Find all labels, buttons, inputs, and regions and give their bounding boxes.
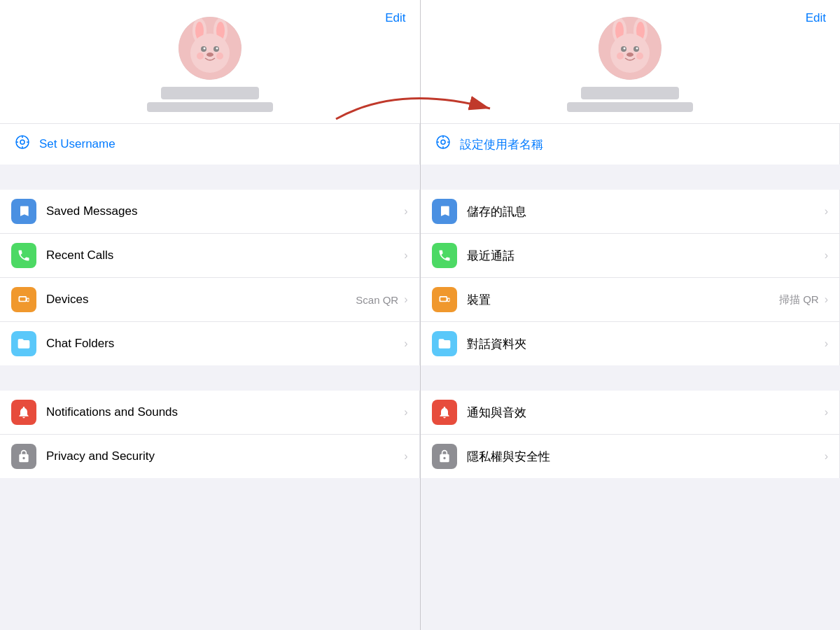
left-edit-button[interactable]: Edit bbox=[385, 11, 405, 25]
right-username-icon bbox=[435, 134, 451, 155]
left-privacy-icon bbox=[11, 444, 36, 469]
left-notifications-row: Notifications and Sounds › bbox=[0, 391, 420, 435]
right-recent-calls-icon bbox=[432, 243, 457, 268]
right-profile-section: Edit bbox=[421, 0, 841, 123]
right-saved-messages-text: 儲存的訊息 › bbox=[467, 204, 829, 220]
right-name-bar-2 bbox=[567, 102, 693, 112]
svg-rect-20 bbox=[20, 298, 25, 301]
svg-rect-43 bbox=[440, 298, 446, 301]
right-chat-folders-icon bbox=[432, 331, 457, 356]
left-chat-folders-item[interactable]: Chat Folders › bbox=[0, 322, 420, 365]
left-set-username-item[interactable]: Set Username bbox=[0, 124, 420, 164]
right-saved-messages-label: 儲存的訊息 bbox=[467, 204, 822, 220]
svg-point-14 bbox=[20, 140, 24, 144]
left-notifications-text: Notifications and Sounds › bbox=[46, 405, 408, 419]
left-username-row: Set Username bbox=[0, 123, 420, 164]
left-panel: Edit bbox=[0, 0, 420, 630]
svg-point-31 bbox=[624, 48, 626, 50]
left-saved-messages-icon bbox=[11, 199, 36, 224]
left-privacy-item[interactable]: Privacy and Security › bbox=[0, 435, 420, 478]
left-recent-calls-label: Recent Calls bbox=[46, 248, 401, 262]
right-menu-group-1: 儲存的訊息 › 最近通話 › bbox=[421, 190, 841, 365]
right-notifications-text: 通知與音效 › bbox=[467, 405, 829, 421]
right-chat-folders-item[interactable]: 對話資料夾 › bbox=[421, 322, 841, 365]
right-devices-row: 裝置 掃描 QR › bbox=[421, 278, 841, 322]
svg-rect-45 bbox=[448, 299, 449, 301]
left-privacy-chevron: › bbox=[404, 450, 407, 463]
right-panel: Edit bbox=[421, 0, 841, 630]
right-name-bar-1 bbox=[581, 87, 679, 99]
svg-point-11 bbox=[197, 52, 204, 59]
left-saved-messages-label: Saved Messages bbox=[46, 204, 401, 218]
right-gap-2 bbox=[421, 365, 841, 391]
left-devices-row: Devices Scan QR › bbox=[0, 278, 420, 322]
left-menu-group-1: Saved Messages › Recent Calls › bbox=[0, 190, 420, 365]
left-chat-folders-icon bbox=[11, 331, 36, 356]
left-devices-item[interactable]: Devices Scan QR › bbox=[0, 278, 420, 321]
right-username-row: 設定使用者名稱 bbox=[421, 123, 841, 164]
left-username-icon bbox=[14, 134, 31, 155]
right-profile: Edit bbox=[421, 0, 841, 112]
left-devices-text: Devices Scan QR › bbox=[46, 293, 408, 307]
right-devices-item[interactable]: 裝置 掃描 QR › bbox=[421, 278, 841, 321]
right-saved-messages-chevron: › bbox=[825, 205, 828, 218]
left-recent-calls-icon bbox=[11, 243, 36, 268]
left-profile: Edit bbox=[0, 0, 420, 112]
right-privacy-item[interactable]: 隱私權與安全性 › bbox=[421, 435, 841, 478]
left-notifications-item[interactable]: Notifications and Sounds › bbox=[0, 391, 420, 434]
left-recent-calls-row: Recent Calls › bbox=[0, 234, 420, 278]
right-gap-1 bbox=[421, 164, 841, 190]
left-profile-section: Edit bbox=[0, 0, 420, 123]
left-notifications-chevron: › bbox=[404, 406, 407, 419]
right-chat-folders-chevron: › bbox=[825, 337, 828, 350]
right-saved-messages-icon bbox=[432, 199, 457, 224]
right-privacy-chevron: › bbox=[825, 450, 828, 463]
left-saved-messages-item[interactable]: Saved Messages › bbox=[0, 190, 420, 233]
left-recent-calls-item[interactable]: Recent Calls › bbox=[0, 234, 420, 277]
right-recent-calls-row: 最近通話 › bbox=[421, 234, 841, 278]
left-notifications-icon bbox=[11, 400, 36, 425]
left-gap-2 bbox=[0, 365, 420, 391]
left-avatar bbox=[178, 17, 241, 80]
svg-point-33 bbox=[626, 52, 634, 57]
right-recent-calls-text: 最近通話 › bbox=[467, 248, 829, 264]
right-chat-folders-label: 對話資料夾 bbox=[467, 336, 822, 352]
right-privacy-icon bbox=[432, 444, 457, 469]
svg-point-9 bbox=[216, 48, 218, 50]
left-username-label: Set Username bbox=[39, 137, 115, 151]
left-recent-calls-text: Recent Calls › bbox=[46, 248, 408, 262]
right-notifications-row: 通知與音效 › bbox=[421, 391, 841, 435]
left-chat-folders-chevron: › bbox=[404, 337, 407, 350]
svg-point-8 bbox=[203, 48, 205, 50]
right-saved-messages-item[interactable]: 儲存的訊息 › bbox=[421, 190, 841, 233]
right-privacy-text: 隱私權與安全性 › bbox=[467, 449, 829, 465]
svg-point-10 bbox=[206, 52, 214, 57]
right-notifications-icon bbox=[432, 400, 457, 425]
right-recent-calls-item[interactable]: 最近通話 › bbox=[421, 234, 841, 277]
left-saved-messages-chevron: › bbox=[404, 205, 407, 218]
right-devices-icon bbox=[432, 287, 457, 312]
right-notifications-chevron: › bbox=[825, 406, 828, 419]
svg-point-37 bbox=[441, 140, 445, 144]
right-notifications-item[interactable]: 通知與音效 › bbox=[421, 391, 841, 434]
left-privacy-text: Privacy and Security › bbox=[46, 449, 408, 463]
svg-rect-22 bbox=[27, 299, 29, 301]
left-recent-calls-chevron: › bbox=[404, 249, 407, 262]
right-devices-sub: 掃描 QR bbox=[779, 293, 819, 307]
right-saved-messages-row: 儲存的訊息 › bbox=[421, 190, 841, 234]
svg-point-35 bbox=[636, 52, 643, 59]
right-recent-calls-chevron: › bbox=[825, 249, 828, 262]
left-saved-messages-text: Saved Messages › bbox=[46, 204, 408, 218]
left-chat-folders-label: Chat Folders bbox=[46, 337, 401, 351]
left-saved-messages-row: Saved Messages › bbox=[0, 190, 420, 234]
right-devices-text: 裝置 掃描 QR › bbox=[467, 292, 829, 308]
right-recent-calls-label: 最近通話 bbox=[467, 248, 822, 264]
left-chat-folders-row: Chat Folders › bbox=[0, 322, 420, 365]
left-devices-label: Devices bbox=[46, 293, 356, 307]
svg-point-32 bbox=[636, 48, 638, 50]
right-chat-folders-row: 對話資料夾 › bbox=[421, 322, 841, 365]
right-privacy-row: 隱私權與安全性 › bbox=[421, 435, 841, 478]
right-set-username-item[interactable]: 設定使用者名稱 bbox=[421, 124, 841, 164]
right-edit-button[interactable]: Edit bbox=[806, 11, 826, 25]
left-devices-chevron: › bbox=[404, 293, 407, 306]
